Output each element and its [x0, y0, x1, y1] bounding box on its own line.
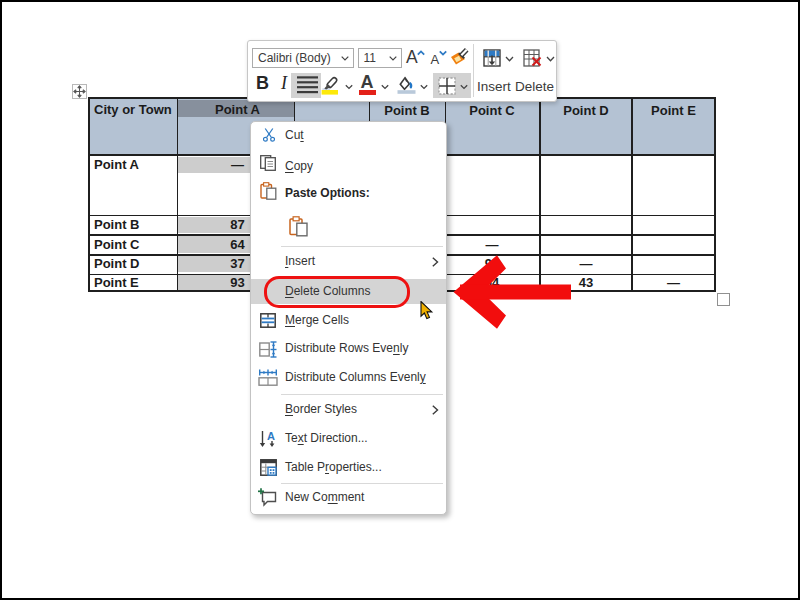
svg-text:A: A	[267, 430, 275, 442]
